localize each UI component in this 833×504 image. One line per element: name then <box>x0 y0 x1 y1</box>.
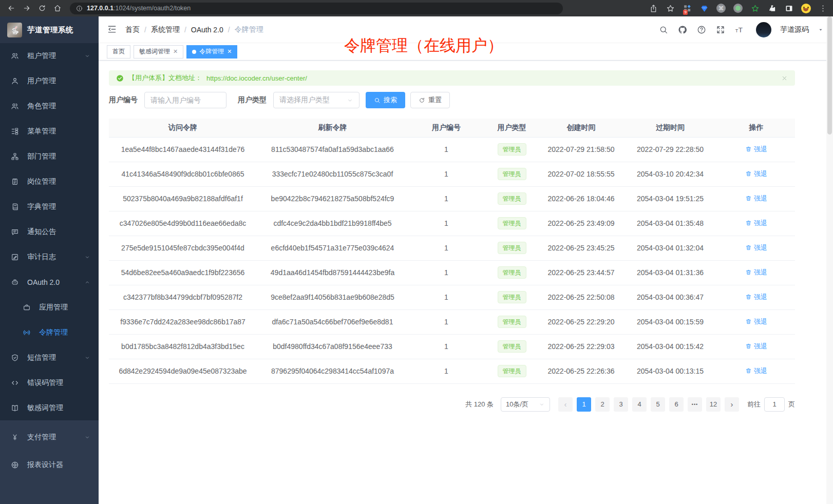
sidebar-item-oauth[interactable]: OAuth 2.0 <box>0 269 99 295</box>
extension-blocks-icon[interactable]: 9 <box>682 3 692 13</box>
sidebar-item-sensitive-word[interactable]: 敏感词管理 <box>0 395 99 420</box>
column-header: 用户编号 <box>408 119 484 137</box>
page-button-2[interactable]: 2 <box>595 397 610 412</box>
sidebar-item-label: 报表设计器 <box>27 460 63 470</box>
force-logout-button[interactable]: 强退 <box>745 317 767 326</box>
sidebar-item-sms[interactable]: 短信管理 <box>0 345 99 370</box>
force-logout-button[interactable]: 强退 <box>745 145 767 154</box>
sidebar-item-oauth-app[interactable]: 应用管理 <box>0 295 99 320</box>
site-info-icon[interactable] <box>76 5 83 12</box>
user-id-cell: 1 <box>408 211 484 236</box>
fullscreen-icon[interactable] <box>715 24 726 35</box>
side-panel-icon[interactable] <box>784 3 794 13</box>
browser-home-button[interactable] <box>51 2 64 14</box>
goto-page-input[interactable] <box>764 397 785 412</box>
sidebar-menu: 租户管理用户管理角色管理菜单管理部门管理岗位管理字典管理通知公告审计日志OAut… <box>0 43 99 420</box>
force-logout-button[interactable]: 强退 <box>745 169 767 179</box>
more-pages-button[interactable]: ••• <box>688 397 702 412</box>
tab-敏感词管理[interactable]: 敏感词管理✕ <box>134 45 183 59</box>
tab-首页[interactable]: 首页 <box>107 45 130 59</box>
search-icon[interactable] <box>658 24 669 35</box>
sidebar-item-menu[interactable]: 菜单管理 <box>0 119 99 144</box>
expire-time-cell: 2054-03-04 01:35:48 <box>623 211 717 236</box>
browser-back-button[interactable] <box>5 2 17 14</box>
doc-link[interactable]: https://doc.iocoder.cn/user-center/ <box>206 74 307 82</box>
browser-menu-icon[interactable] <box>818 3 828 13</box>
refresh-token-cell: dfa6c71a50a54c66bef706ef9e6e8d81 <box>257 309 408 334</box>
page-button-6[interactable]: 6 <box>669 397 684 412</box>
column-header: 创建时间 <box>539 119 623 137</box>
alert-close-icon[interactable] <box>781 75 788 82</box>
page-scrollbar[interactable] <box>826 16 833 504</box>
sidebar-item-payment[interactable]: 支付管理 <box>0 423 99 451</box>
table-row: c347026e805e4d99b0d116eae66eda8ccdfc4ce9… <box>109 211 795 236</box>
user-type-select[interactable]: 请选择用户类型 <box>273 92 359 108</box>
sidebar-item-report-designer[interactable]: 报表设计器 <box>0 451 99 479</box>
page-size-select[interactable]: 10条/页 <box>501 397 550 412</box>
page-button-4[interactable]: 4 <box>632 397 647 412</box>
star-extension-icon[interactable] <box>750 3 760 13</box>
table-row: b0d1785bc3a8482f812db4a3f3bd15ecb0df4980… <box>109 334 795 359</box>
browser-forward-button[interactable] <box>21 2 33 14</box>
tenant-icon <box>11 52 19 60</box>
sidebar-item-label: 角色管理 <box>27 102 56 111</box>
sidebar-item-role[interactable]: 角色管理 <box>0 93 99 119</box>
page-button-12[interactable]: 12 <box>706 397 721 412</box>
sidebar-item-tenant[interactable]: 租户管理 <box>0 43 99 68</box>
page-button-1[interactable]: 1 <box>577 397 591 412</box>
sidebar-item-oauth-token[interactable]: 令牌管理 <box>0 320 99 345</box>
github-icon[interactable] <box>677 24 688 35</box>
user-id-input[interactable] <box>144 92 226 108</box>
search-icon <box>374 97 381 104</box>
success-check-icon <box>116 74 124 82</box>
sidebar-item-dictionary[interactable]: 字典管理 <box>0 194 99 219</box>
tab-close-icon[interactable]: ✕ <box>173 48 178 55</box>
profile-avatar-icon[interactable] <box>801 3 811 13</box>
tab-close-icon[interactable]: ✕ <box>227 48 232 55</box>
recorder-extension-icon[interactable] <box>733 3 743 13</box>
breadcrumb-item[interactable]: 首页 <box>125 25 140 34</box>
sidebar-item-audit-log[interactable]: 审计日志 <box>0 244 99 269</box>
font-size-icon[interactable]: TT <box>734 24 745 35</box>
sidebar-item-label: 敏感词管理 <box>27 403 63 413</box>
bookmark-star-icon[interactable] <box>665 3 675 13</box>
dictionary-icon <box>11 203 19 211</box>
user-avatar[interactable] <box>756 22 771 37</box>
gem-extension-icon[interactable] <box>699 3 709 13</box>
force-logout-button[interactable]: 强退 <box>745 342 767 351</box>
next-page-button[interactable]: › <box>725 397 739 412</box>
sidebar-item-post[interactable]: 岗位管理 <box>0 169 99 194</box>
force-logout-button[interactable]: 强退 <box>745 366 767 376</box>
help-icon[interactable] <box>696 24 707 35</box>
force-logout-button[interactable]: 强退 <box>745 293 767 302</box>
breadcrumb-item[interactable]: 系统管理 <box>151 25 180 34</box>
user-icon <box>11 77 19 85</box>
page-button-3[interactable]: 3 <box>614 397 628 412</box>
reset-button[interactable]: 重置 <box>410 92 450 108</box>
address-bar[interactable]: 127.0.0.1:1024/system/oauth2/token <box>70 3 563 14</box>
browser-reload-button[interactable] <box>36 2 48 14</box>
page-button-5[interactable]: 5 <box>651 397 665 412</box>
sidebar-item-label: 令牌管理 <box>39 328 68 337</box>
breadcrumb-item[interactable]: OAuth 2.0 <box>191 26 223 34</box>
sidebar-item-notice[interactable]: 通知公告 <box>0 219 99 244</box>
command-extension-icon[interactable]: ⌘ <box>716 3 726 13</box>
chevron-down-icon[interactable] <box>818 27 824 33</box>
tab-令牌管理[interactable]: 令牌管理✕ <box>186 45 237 59</box>
scrollbar-thumb[interactable] <box>827 16 832 134</box>
share-icon[interactable] <box>648 3 658 13</box>
sidebar-item-user[interactable]: 用户管理 <box>0 68 99 93</box>
prev-page-button[interactable]: ‹ <box>558 397 573 412</box>
extensions-puzzle-icon[interactable] <box>767 3 777 13</box>
app-logo[interactable]: 🐇 芋道管理系统 <box>0 16 99 43</box>
access-token-cell: f9336e7c7dd242a283ee98dc86b17a87 <box>109 309 257 334</box>
force-logout-button[interactable]: 强退 <box>745 194 767 203</box>
sidebar-item-error-code[interactable]: 错误码管理 <box>0 370 99 395</box>
sidebar-item-department[interactable]: 部门管理 <box>0 144 99 169</box>
force-logout-button[interactable]: 强退 <box>745 268 767 277</box>
force-logout-button[interactable]: 强退 <box>745 219 767 228</box>
sidebar-fold-icon[interactable] <box>107 24 118 35</box>
force-logout-button[interactable]: 强退 <box>745 243 767 253</box>
create-time-cell: 2022-06-25 22:50:08 <box>539 285 623 309</box>
search-button[interactable]: 搜索 <box>366 92 405 108</box>
